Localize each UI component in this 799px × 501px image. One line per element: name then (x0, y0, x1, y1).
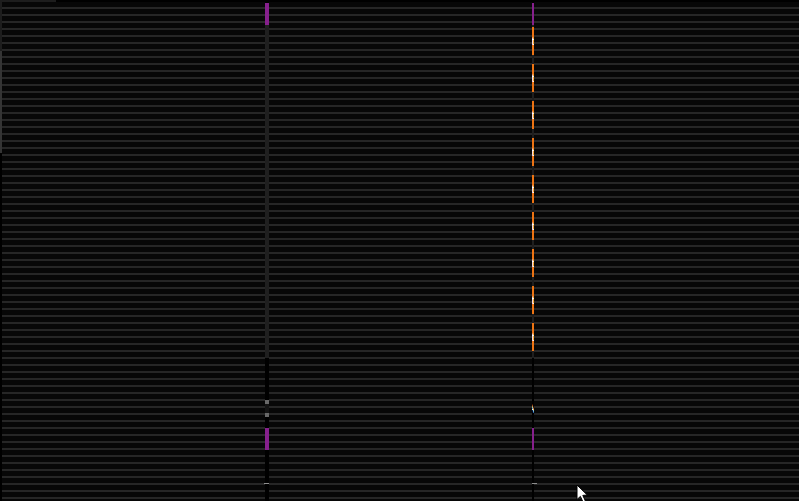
right-meters (2, 2, 799, 501)
meter-column (2, 2, 264, 501)
app-window: I/ORepairProcessingLow Level BoostMultib… (0, 0, 799, 501)
meter-column (269, 2, 531, 501)
meter-column (537, 2, 799, 501)
mouse-cursor (576, 484, 589, 501)
right-panel-body (0, 102, 119, 153)
